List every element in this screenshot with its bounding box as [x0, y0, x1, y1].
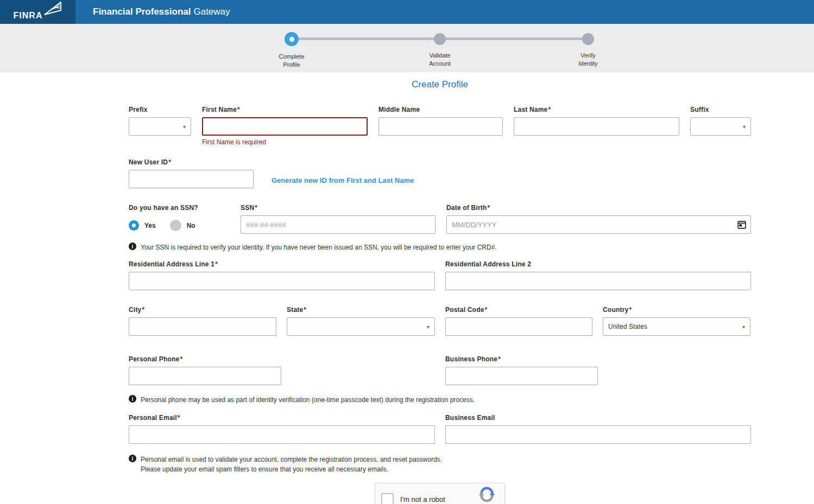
address1-field: Residential Address Line 1* — [129, 260, 435, 290]
app-header: FINRA Financial Professional Gateway — [0, 0, 814, 24]
ssn-row: Do you have an SSN? Yes No SSN* Date of … — [129, 204, 751, 234]
personal-phone-input[interactable] — [129, 367, 281, 385]
middle-name-input[interactable] — [378, 117, 503, 136]
personal-email-label: Personal Email* — [129, 414, 435, 422]
ssn-label: SSN* — [241, 204, 436, 212]
state-select[interactable]: ▾ — [287, 317, 435, 336]
city-label: City* — [129, 306, 276, 314]
country-value: United States — [608, 323, 647, 330]
address1-label: Residential Address Line 1* — [129, 260, 435, 268]
ssn-question-group: Do you have an SSN? Yes No — [129, 204, 230, 234]
chevron-down-icon: ▾ — [427, 324, 430, 330]
radio-unselected-icon — [170, 220, 181, 231]
last-name-field: Last Name* — [514, 106, 679, 146]
required-asterisk: * — [215, 260, 218, 268]
phone-info-text: Personal phone may be used as part of id… — [141, 395, 475, 405]
ssn-no-radio[interactable]: No — [170, 220, 195, 231]
business-email-label: Business Email — [445, 414, 751, 422]
step-label: Validate Account — [410, 52, 470, 68]
phone-info: i Personal phone may be used as part of … — [129, 395, 751, 405]
business-phone-label: Business Phone* — [445, 355, 598, 363]
city-row: City* State* ▾ Postal Code* Country* Uni… — [129, 306, 751, 336]
step-validate-account[interactable]: Validate Account — [410, 24, 470, 68]
prefix-select[interactable]: ▾ — [129, 117, 191, 136]
suffix-field: Suffix ▾ — [690, 106, 751, 146]
app-title-bold: Financial Professional — [93, 7, 191, 17]
dob-input[interactable] — [446, 215, 751, 234]
step-circle-icon — [285, 32, 299, 46]
address2-field: Residential Address Line 2 — [445, 260, 751, 290]
chevron-down-icon: ▾ — [183, 124, 186, 130]
required-asterisk: * — [255, 204, 257, 212]
step-label: Complete Profile — [262, 53, 321, 69]
finra-flag-icon — [43, 2, 62, 16]
first-name-error: First Name is required — [202, 138, 368, 146]
recaptcha-widget: I'm not a robot reCAPTCHA Privacy - Term… — [375, 483, 505, 504]
recaptcha-label: I'm not a robot — [400, 495, 445, 503]
last-name-input[interactable] — [514, 117, 679, 136]
address1-input[interactable] — [129, 272, 435, 290]
recaptcha-checkbox[interactable] — [381, 493, 394, 504]
app-title: Financial Professional Gateway — [93, 0, 230, 24]
country-select[interactable]: United States ▾ — [603, 317, 750, 336]
generate-id-link[interactable]: Generate new ID from First and Last Name — [272, 176, 414, 184]
postal-code-field: Postal Code* — [445, 306, 592, 336]
ssn-info: i Your SSN is required to verify your id… — [129, 243, 751, 252]
business-email-input[interactable] — [445, 425, 751, 444]
required-asterisk: * — [237, 106, 240, 113]
state-label: State* — [287, 306, 435, 314]
business-phone-input[interactable] — [445, 367, 598, 385]
postal-code-input[interactable] — [445, 317, 592, 336]
required-asterisk: * — [629, 306, 632, 314]
email-info: i Personal email is used to validate you… — [129, 455, 751, 474]
country-label: Country* — [603, 306, 750, 314]
page-title: Create Profile — [129, 79, 751, 90]
ssn-input[interactable] — [241, 215, 436, 234]
info-icon: i — [129, 395, 136, 403]
required-asterisk: * — [498, 355, 501, 363]
country-field: Country* United States ▾ — [603, 306, 750, 336]
calendar-icon[interactable] — [737, 220, 746, 229]
step-label: Verify Identity — [558, 52, 618, 68]
address2-input[interactable] — [445, 272, 751, 290]
required-asterisk: * — [488, 204, 490, 212]
step-circle-icon — [582, 33, 594, 45]
address2-label: Residential Address Line 2 — [445, 260, 751, 268]
state-field: State* ▾ — [287, 306, 435, 336]
new-user-id-input[interactable] — [129, 170, 254, 188]
ssn-radio-group: Yes No — [129, 220, 230, 231]
last-name-label: Last Name* — [514, 106, 679, 113]
finra-logo-text: FINRA — [14, 8, 43, 21]
middle-name-label: Middle Name — [378, 106, 503, 113]
suffix-select[interactable]: ▾ — [690, 117, 751, 136]
info-icon: i — [129, 455, 136, 462]
dob-label: Date of Birth* — [446, 204, 751, 212]
step-verify-identity[interactable]: Verify Identity — [558, 24, 618, 68]
create-profile-form: Create Profile Prefix ▾ First Name* Firs… — [129, 79, 751, 504]
email-info-text: Personal email is used to validate your … — [141, 455, 442, 474]
first-name-input[interactable] — [202, 117, 368, 136]
suffix-label: Suffix — [690, 106, 751, 113]
new-user-id-label: New User ID* — [129, 158, 254, 166]
user-id-row: New User ID* Generate new ID from First … — [129, 158, 751, 188]
ssn-yes-radio[interactable]: Yes — [129, 220, 156, 231]
postal-code-label: Postal Code* — [445, 306, 592, 314]
email-row: Personal Email* Business Email — [129, 414, 751, 444]
ssn-field: SSN* — [241, 204, 436, 234]
app-title-light: Gateway — [193, 7, 230, 17]
business-phone-field: Business Phone* — [445, 355, 598, 385]
ssn-question-label: Do you have an SSN? — [129, 204, 230, 212]
personal-phone-label: Personal Phone* — [129, 355, 281, 363]
ssn-yes-label: Yes — [144, 222, 156, 229]
city-field: City* — [129, 306, 276, 336]
info-icon: i — [129, 243, 136, 250]
personal-email-input[interactable] — [129, 425, 435, 444]
city-input[interactable] — [129, 317, 276, 336]
business-email-field: Business Email — [445, 414, 751, 444]
required-asterisk: * — [178, 414, 180, 422]
finra-logo[interactable]: FINRA — [0, 0, 75, 24]
required-asterisk: * — [180, 355, 183, 363]
ssn-no-label: No — [187, 222, 195, 229]
ssn-info-text: Your SSN is required to verify your iden… — [141, 243, 497, 252]
step-complete-profile[interactable]: Complete Profile — [262, 24, 321, 69]
